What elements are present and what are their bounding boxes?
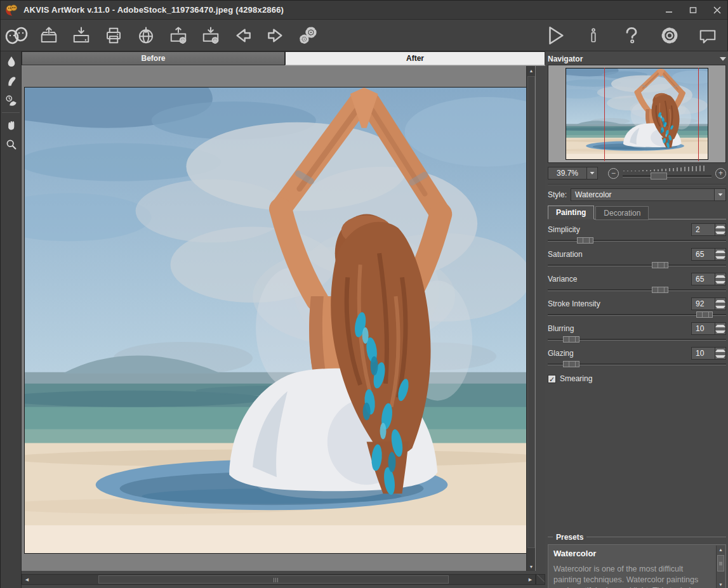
slider-track[interactable] — [548, 237, 726, 244]
hints-scroll-thumb[interactable] — [717, 555, 724, 572]
slider-label: Simplicity — [548, 225, 691, 234]
scrollbar-corner — [536, 574, 545, 585]
slider-value-input[interactable]: 2 — [691, 223, 715, 236]
minimize-button[interactable] — [664, 5, 674, 15]
slider-track[interactable] — [548, 336, 726, 343]
slider-thumb[interactable] — [696, 311, 713, 318]
zoom-slider-thumb[interactable] — [651, 173, 667, 180]
slider-value-input[interactable]: 92 — [691, 297, 715, 310]
image-viewport[interactable]: ▲ ▼ — [22, 66, 536, 571]
slider-thumb[interactable] — [652, 287, 668, 293]
maximize-button[interactable] — [688, 5, 698, 15]
style-value: Watercolor — [571, 190, 612, 199]
panel-empty-space — [548, 383, 726, 529]
slider-thumb[interactable] — [652, 262, 668, 268]
slider-glazing: Glazing 10 — [548, 347, 726, 368]
slider-label: Blurring — [548, 324, 691, 333]
canvas-vertical-scrollbar[interactable]: ▲ ▼ — [526, 66, 535, 571]
smearing-label: Smearing — [560, 374, 592, 383]
spinner-buttons[interactable] — [715, 223, 726, 236]
slider-label: Saturation — [548, 250, 691, 259]
scroll-up-icon[interactable]: ▲ — [717, 546, 725, 554]
save-image-icon[interactable] — [68, 22, 95, 49]
slider-track[interactable] — [548, 262, 726, 269]
batch-processing-icon[interactable] — [295, 22, 321, 49]
artwork-image — [24, 87, 533, 554]
navigator-collapse-icon[interactable] — [720, 57, 726, 61]
zoom-value-box[interactable]: 39.7% — [548, 167, 587, 180]
slider-simplicity: Simplicity 2 — [548, 223, 726, 244]
slider-track[interactable] — [548, 311, 726, 318]
presets-border — [586, 537, 726, 538]
slider-value-input[interactable]: 10 — [691, 347, 715, 360]
zoom-tool-icon[interactable] — [1, 134, 22, 154]
slider-track[interactable] — [548, 361, 726, 368]
presets-border — [548, 537, 553, 538]
blur-tool-icon[interactable] — [1, 51, 22, 71]
slider-value-input[interactable]: 65 — [691, 248, 715, 261]
help-icon[interactable] — [618, 22, 645, 49]
akvis-masks-logo-icon[interactable] — [3, 22, 30, 49]
smudge-tool-icon[interactable] — [1, 71, 22, 91]
scroll-left-icon[interactable]: ◀ — [22, 575, 32, 584]
tab-decoration[interactable]: Decoration — [595, 206, 649, 220]
spinner-buttons[interactable] — [715, 347, 726, 360]
import-presets-icon[interactable] — [165, 22, 192, 49]
export-presets-icon[interactable] — [197, 22, 224, 49]
slider-thumb[interactable] — [563, 336, 579, 343]
canvas-horizontal-scrollbar[interactable]: ◀ ▶ — [22, 574, 536, 585]
scroll-down-icon[interactable]: ▼ — [717, 580, 725, 588]
scroll-right-icon[interactable]: ▶ — [526, 575, 535, 584]
spinner-buttons[interactable] — [715, 273, 726, 285]
tab-after[interactable]: After — [285, 51, 545, 65]
slider-variance: Variance 65 — [548, 273, 726, 294]
tab-painting[interactable]: Painting — [548, 206, 594, 219]
slider-value-input[interactable]: 10 — [691, 322, 715, 335]
style-dropdown-icon[interactable] — [714, 189, 725, 200]
panel-separator — [548, 184, 726, 185]
viewport-frame-right[interactable] — [698, 68, 699, 161]
settings-panel: Navigator 39.7% − + — [545, 51, 728, 588]
title-bar: AKVIS ArtWork v.11.0 - AdobeStock_119736… — [1, 1, 727, 20]
print-icon[interactable] — [100, 22, 127, 49]
scroll-down-icon[interactable]: ▼ — [527, 562, 536, 571]
open-image-icon[interactable] — [36, 22, 62, 49]
zoom-out-button[interactable]: − — [608, 168, 619, 179]
navigator-thumbnail[interactable] — [566, 68, 708, 160]
viewport-frame-left[interactable] — [604, 68, 605, 161]
style-label: Style: — [548, 190, 567, 199]
zoom-in-button[interactable]: + — [715, 168, 726, 179]
slider-stroke-intensity: Stroke Intensity 92 — [548, 297, 726, 318]
navigator-thumbnail-box — [548, 65, 726, 163]
slider-track[interactable] — [548, 287, 726, 294]
vertical-scroll-thumb[interactable] — [527, 76, 535, 548]
smearing-checkbox[interactable] — [548, 375, 556, 383]
close-button[interactable] — [712, 5, 722, 15]
slider-blurring: Blurring 10 — [548, 322, 726, 343]
feedback-bubble-icon[interactable] — [694, 22, 721, 49]
spinner-buttons[interactable] — [715, 297, 726, 310]
spinner-buttons[interactable] — [715, 322, 726, 335]
undo-icon[interactable] — [230, 22, 256, 49]
hand-tool-icon[interactable] — [1, 115, 22, 134]
hints-scrollbar[interactable]: ▲ ▼ — [716, 546, 725, 588]
scroll-up-icon[interactable]: ▲ — [527, 66, 536, 75]
share-web-icon[interactable] — [133, 22, 159, 49]
hints-title: Watercolor — [553, 549, 711, 558]
style-dropdown[interactable]: Watercolor — [571, 188, 726, 201]
slider-thumb[interactable] — [563, 361, 579, 367]
info-icon[interactable] — [580, 22, 607, 49]
preferences-gear-icon[interactable] — [656, 22, 683, 49]
history-brush-tool-icon[interactable] — [1, 91, 22, 110]
redo-icon[interactable] — [262, 22, 289, 49]
image-canvas: ▲ ▼ ◀ ▶ — [22, 65, 545, 588]
window-title: AKVIS ArtWork v.11.0 - AdobeStock_119736… — [23, 5, 284, 15]
run-processing-icon[interactable] — [542, 22, 569, 49]
horizontal-scroll-thumb[interactable] — [98, 575, 449, 584]
slider-value-input[interactable]: 65 — [691, 273, 715, 285]
zoom-dropdown-icon[interactable] — [587, 167, 598, 180]
tab-before[interactable]: Before — [22, 51, 285, 65]
spinner-buttons[interactable] — [715, 248, 726, 261]
slider-thumb[interactable] — [577, 237, 593, 244]
zoom-slider[interactable] — [623, 166, 711, 181]
